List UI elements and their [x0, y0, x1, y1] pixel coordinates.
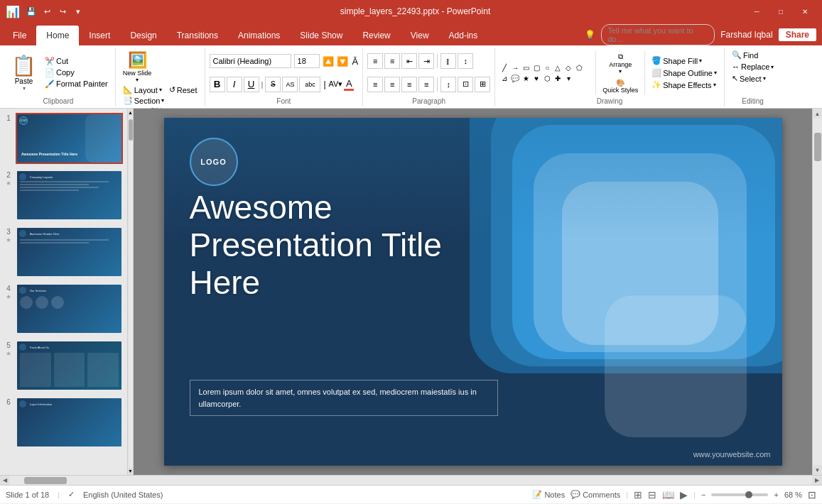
format-painter-button[interactable]: 🖌️ Format Painter	[42, 79, 111, 89]
new-slide-button[interactable]: 🖼️ New Slide ▾	[120, 50, 155, 84]
slide-image-1[interactable]: LOGO Awesome Presentation Title Here	[16, 113, 123, 164]
italic-btn[interactable]: I	[227, 77, 242, 92]
direction-btn[interactable]: ↕	[440, 77, 456, 92]
panel-scroll-thumb[interactable]	[129, 119, 133, 141]
smartart-btn[interactable]: ⊞	[475, 77, 490, 92]
tab-animations[interactable]: Animations	[228, 26, 290, 45]
font-size-input[interactable]	[294, 54, 320, 68]
shape-effects-button[interactable]: ✨ Shape Effects ▾	[649, 80, 720, 90]
quick-styles-button[interactable]: 🎨 Quick Styles	[600, 77, 641, 95]
line-spacing-btn[interactable]: ↕	[458, 53, 473, 69]
slide-image-2[interactable]: Company Layouts	[16, 170, 123, 221]
chevron-shape[interactable]: ⊿	[499, 73, 509, 83]
layout-dropdown[interactable]: ▾	[159, 87, 162, 93]
justify-btn[interactable]: ≡	[418, 77, 434, 92]
slide-thumb-6[interactable]: 6 Layer Information	[3, 395, 124, 449]
rhombus-shape[interactable]: ◇	[563, 62, 573, 72]
slide-canvas[interactable]: LOGO Awesome Presentation Title Here Lor…	[164, 118, 782, 466]
bold-btn[interactable]: B	[210, 77, 225, 92]
slide-image-3[interactable]: Awesome Header Here	[16, 226, 123, 278]
undo-quick-btn[interactable]: ↩	[40, 4, 54, 18]
maximize-btn[interactable]: □	[769, 4, 792, 18]
callout-shape[interactable]: 💬	[510, 73, 520, 83]
slide-thumb-1[interactable]: 1 LOGO Awesome Presentation Title Here	[3, 111, 124, 165]
share-button[interactable]: Share	[779, 28, 816, 41]
fit-slide-btn[interactable]: ⊡	[808, 489, 816, 500]
shape-effects-dropdown[interactable]: ▾	[713, 82, 716, 88]
hscroll-left-arrow[interactable]: ◀	[0, 476, 10, 486]
triangle-shape[interactable]: △	[553, 62, 563, 72]
text-align-btn[interactable]: ⊡	[458, 77, 473, 92]
shadow-btn[interactable]: AS	[282, 77, 298, 92]
cylinder-shape[interactable]: ⬡	[542, 73, 552, 83]
new-slide-dropdown[interactable]: ▾	[136, 77, 139, 83]
scroll-thumb[interactable]	[814, 133, 821, 161]
cut-button[interactable]: ✂️ Cut	[42, 56, 111, 67]
section-button[interactable]: 📑 Section ▾	[120, 95, 168, 106]
numbering-btn[interactable]: ≡	[384, 53, 400, 69]
redo-quick-btn[interactable]: ↪	[55, 4, 70, 18]
paste-dropdown[interactable]: ▾	[23, 85, 26, 92]
heart-shape[interactable]: ♥	[531, 73, 541, 83]
tab-review[interactable]: Review	[352, 26, 400, 45]
replace-button[interactable]: ↔️ Replace ▾	[729, 62, 777, 72]
section-dropdown[interactable]: ▾	[161, 97, 164, 104]
line-shape[interactable]: ╱	[499, 62, 509, 72]
slide-image-6[interactable]: Layer Information	[16, 397, 123, 448]
close-btn[interactable]: ✕	[794, 4, 816, 18]
shape-outline-dropdown[interactable]: ▾	[714, 70, 717, 76]
align-left-btn[interactable]: ≡	[367, 77, 383, 92]
scroll-up-arrow[interactable]: ▲	[813, 109, 823, 119]
bullets-btn[interactable]: ≡	[367, 53, 383, 69]
customize-quick-btn[interactable]: ▾	[71, 4, 85, 18]
slideshow-view-btn[interactable]: ▶	[680, 489, 688, 500]
more-shapes[interactable]: ▾	[563, 73, 573, 83]
paste-button[interactable]: 📋 Paste ▾	[6, 50, 42, 95]
reset-button[interactable]: ↺ Reset	[166, 84, 200, 95]
hscroll-thumb[interactable]	[24, 477, 67, 484]
normal-view-btn[interactable]: ⊞	[634, 489, 642, 500]
tab-design[interactable]: Design	[120, 26, 166, 45]
layout-button[interactable]: 📐 Layout ▾	[120, 84, 165, 95]
slide-title-area[interactable]: Awesome Presentation Title Here	[190, 189, 512, 302]
notes-btn[interactable]: 📝 Notes	[532, 490, 565, 499]
col-btn[interactable]: ⫿	[440, 53, 456, 69]
minimize-btn[interactable]: ─	[745, 4, 768, 18]
tab-home[interactable]: Home	[36, 26, 79, 45]
zoom-in-btn[interactable]: +	[774, 491, 778, 499]
tab-insert[interactable]: Insert	[79, 26, 120, 45]
align-center-btn[interactable]: ≡	[384, 77, 400, 92]
strikethrough-btn[interactable]: S	[265, 77, 281, 92]
star-shape[interactable]: ★	[521, 73, 531, 83]
slide-thumb-2[interactable]: 2 ★ Company Layouts	[3, 168, 124, 222]
arrow-shape[interactable]: →	[510, 62, 520, 72]
clear-format-btn[interactable]: Ā	[352, 56, 359, 67]
slide-subtitle-area[interactable]: Lorem ipsum dolor sit amet, omnes volutp…	[190, 380, 498, 416]
font-size-increase-btn[interactable]: 🔼	[323, 56, 334, 67]
pentagon-shape[interactable]: ⬠	[574, 62, 584, 72]
shape-fill-button[interactable]: 🪣 Shape Fill ▾	[649, 55, 720, 66]
arrange-dropdown[interactable]: ▾	[619, 68, 622, 75]
select-button[interactable]: ↖ Select ▾	[729, 73, 777, 84]
slide-thumb-5[interactable]: 5 ★ Facts About Us	[3, 339, 124, 393]
slide-sorter-btn[interactable]: ⊟	[648, 489, 656, 500]
arrange-button[interactable]: ⧉ Arrange ▾	[602, 51, 638, 76]
oval-shape[interactable]: ○	[542, 62, 552, 72]
font-name-input[interactable]	[210, 54, 291, 68]
increase-indent-btn[interactable]: ⇥	[418, 53, 434, 69]
reading-view-btn[interactable]: 📖	[662, 489, 674, 500]
tab-addins[interactable]: Add-ins	[439, 26, 488, 45]
tab-view[interactable]: View	[401, 26, 439, 45]
font-size-decrease-btn[interactable]: 🔽	[337, 56, 348, 67]
zoom-out-btn[interactable]: −	[701, 491, 705, 499]
hscroll-right-arrow[interactable]: ▶	[812, 476, 822, 486]
underline-btn[interactable]: U	[244, 77, 259, 92]
tab-file[interactable]: File	[3, 26, 36, 45]
shape-fill-dropdown[interactable]: ▾	[699, 57, 702, 64]
slide-image-4[interactable]: Our Services	[16, 283, 123, 334]
comments-btn[interactable]: 💬 Comments	[570, 490, 620, 499]
decrease-indent-btn[interactable]: ⇤	[401, 53, 417, 69]
rounded-rect-shape[interactable]: ▢	[531, 62, 541, 72]
align-right-btn[interactable]: ≡	[401, 77, 417, 92]
tab-transitions[interactable]: Transitions	[167, 26, 228, 45]
